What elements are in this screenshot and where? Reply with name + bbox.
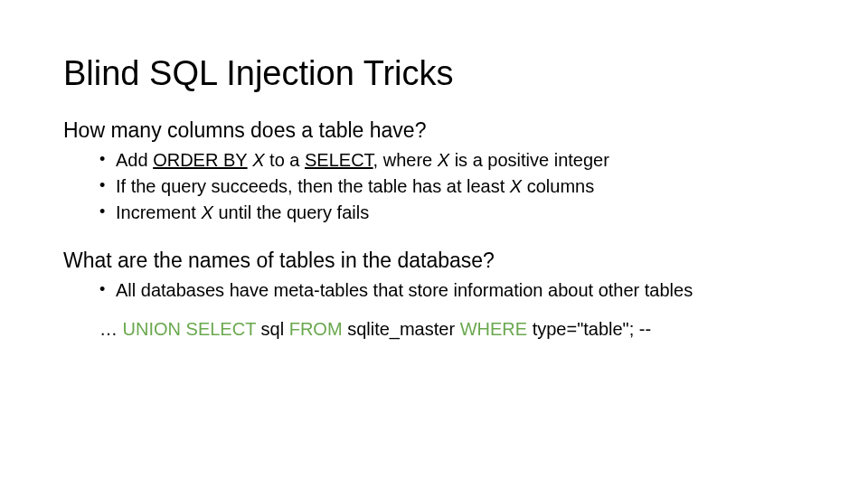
- text: columns: [522, 176, 594, 196]
- text: type="table"; --: [527, 319, 651, 339]
- keyword-select: SELECT: [305, 150, 373, 170]
- text: to a: [265, 150, 305, 170]
- sql-keyword-from: FROM: [289, 319, 343, 339]
- keyword-order-by: ORDER BY: [153, 150, 247, 170]
- text: Add: [116, 150, 153, 170]
- text: , where: [373, 150, 438, 170]
- bullet-2: If the query succeeds, then the table ha…: [99, 174, 805, 199]
- text: is a positive integer: [449, 150, 609, 170]
- var-x: X: [438, 150, 449, 170]
- sql-example: … UNION SELECT sql FROM sqlite_master WH…: [99, 319, 805, 340]
- section-1-bullets: Add ORDER BY X to a SELECT, where X is a…: [99, 148, 805, 225]
- slide: Blind SQL Injection Tricks How many colu…: [0, 0, 868, 376]
- section-1-heading: How many columns does a table have?: [63, 118, 805, 143]
- text: …: [99, 319, 123, 339]
- var-x: X: [201, 202, 212, 222]
- slide-title: Blind SQL Injection Tricks: [63, 54, 805, 93]
- section-2-bullets: All databases have meta-tables that stor…: [99, 278, 805, 303]
- text: until the query fails: [213, 202, 369, 222]
- bullet-1: Add ORDER BY X to a SELECT, where X is a…: [99, 148, 805, 173]
- section-2-heading: What are the names of tables in the data…: [63, 249, 805, 273]
- text: Increment: [116, 202, 201, 222]
- var-x: X: [510, 176, 522, 196]
- sql-keyword-union-select: UNION SELECT: [123, 319, 256, 339]
- text: sqlite_master: [343, 319, 460, 339]
- var-x: X: [248, 150, 265, 170]
- text: If the query succeeds, then the table ha…: [116, 176, 510, 196]
- bullet-4: All databases have meta-tables that stor…: [99, 278, 805, 303]
- sql-keyword-where: WHERE: [460, 319, 527, 339]
- bullet-3: Increment X until the query fails: [99, 201, 805, 225]
- text: sql: [256, 319, 289, 339]
